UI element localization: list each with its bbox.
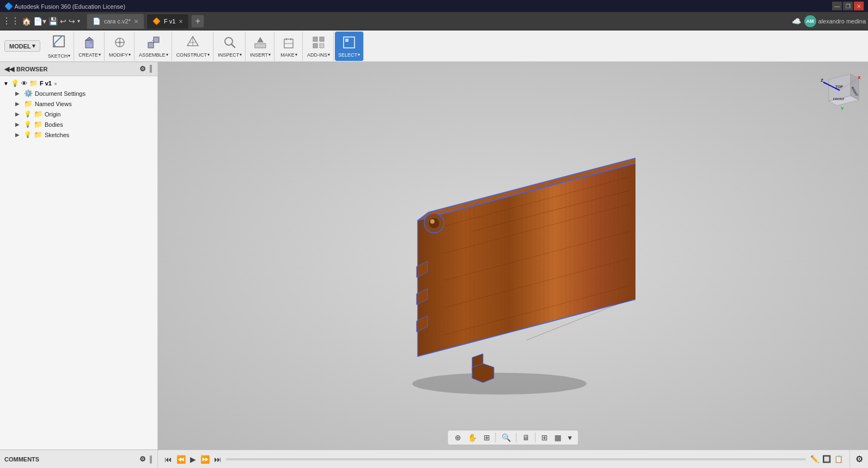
- root-expand[interactable]: ▼: [3, 81, 9, 87]
- tree-root: ▼ 💡 👁 📁 F v1 ●: [0, 78, 157, 88]
- viewport[interactable]: TOP RIGHT FRONT X Y Z ⊕ ✋ ⊞ 🔍 🖥 ⊞ ▦ ▾: [158, 62, 868, 449]
- sketches-folder-icon: 📁: [34, 131, 42, 139]
- undo-icon[interactable]: ↩: [60, 17, 66, 26]
- select-icon: [341, 35, 357, 51]
- browser-header: ◀◀ BROWSER ⚙ ║: [0, 62, 157, 76]
- minimize-button[interactable]: —: [832, 2, 842, 10]
- assemble-label: ASSEMBLE▾: [139, 52, 168, 58]
- browser-collapse-icon[interactable]: ║: [148, 65, 153, 73]
- separator: [496, 433, 496, 442]
- timeline-area: ⏮ ⏪ ▶ ⏩ ⏭ ✏️ 🔲 📋: [158, 450, 849, 468]
- timeline-play-button[interactable]: ▶: [190, 455, 196, 464]
- tree-item-origin[interactable]: ▶ 💡 📁 Origin: [0, 109, 157, 119]
- tab-cara[interactable]: 📄 cara c.v2* ✕: [87, 14, 144, 29]
- svg-rect-23: [320, 37, 324, 41]
- sketch-tool[interactable]: SKETCH▾: [45, 32, 75, 61]
- svg-text:X: X: [858, 75, 861, 80]
- redo-arrow[interactable]: ▾: [77, 18, 80, 24]
- create-tool[interactable]: CREATE▾: [75, 32, 105, 61]
- sketch-label: SKETCH▾: [48, 53, 71, 59]
- display-mode-tool[interactable]: 🖥: [520, 432, 532, 443]
- svg-line-12: [151, 40, 154, 42]
- named-views-label: Named Views: [35, 101, 72, 107]
- zoom-fit-tool[interactable]: ⊞: [481, 432, 492, 443]
- inspect-icon: [222, 35, 237, 51]
- expand-icon: ▶: [15, 90, 22, 96]
- orbit-tool[interactable]: ⊕: [453, 432, 463, 443]
- svg-text:TOP: TOP: [835, 85, 843, 89]
- view-options-tool[interactable]: ▦: [552, 432, 564, 443]
- browser-settings-icon[interactable]: ⚙: [139, 65, 146, 73]
- svg-marker-4: [85, 37, 93, 40]
- collapse-icon[interactable]: ◀◀: [4, 65, 14, 73]
- browser-panel: ◀◀ BROWSER ⚙ ║ ▼ 💡 👁 📁 F v1 ● ▶ ⚙️: [0, 62, 158, 449]
- svg-point-2: [53, 45, 56, 47]
- expand-icon: ▶: [15, 132, 22, 138]
- browser-title: BROWSER: [16, 66, 47, 72]
- timeline-next-button[interactable]: ⏩: [200, 455, 210, 464]
- expand-icon: ▶: [15, 111, 22, 117]
- separator2: [516, 433, 517, 442]
- tab-f-close-icon[interactable]: ✕: [179, 19, 183, 24]
- orientation-cube[interactable]: TOP RIGHT FRONT X Y Z: [818, 69, 861, 112]
- timeline-sketch-icon[interactable]: ✏️: [810, 455, 819, 463]
- comments-collapse-icon[interactable]: ║: [148, 455, 153, 463]
- comments-label: COMMENTS: [4, 456, 39, 463]
- assemble-icon: [146, 35, 161, 51]
- main-area: ◀◀ BROWSER ⚙ ║ ▼ 💡 👁 📁 F v1 ● ▶ ⚙️: [0, 62, 868, 449]
- construct-tool[interactable]: CONSTRUCT▾: [173, 32, 214, 61]
- model-button[interactable]: MODEL ▾: [4, 40, 40, 52]
- make-tool[interactable]: MAKE▾: [276, 32, 303, 61]
- tree-item-named-views[interactable]: ▶ 📁 Named Views: [0, 98, 157, 109]
- svg-rect-18: [255, 44, 266, 48]
- insert-tool[interactable]: INSERT▾: [247, 32, 274, 61]
- modify-tool[interactable]: MODIFY▾: [106, 32, 135, 61]
- svg-text:FRONT: FRONT: [833, 97, 845, 101]
- viewport-bottom-toolbar: ⊕ ✋ ⊞ 🔍 🖥 ⊞ ▦ ▾: [448, 430, 579, 445]
- pan-tool[interactable]: ✋: [466, 432, 479, 443]
- settings-gear-icon: ⚙: [855, 454, 863, 464]
- svg-rect-22: [313, 37, 317, 41]
- tree-item-sketches[interactable]: ▶ 💡 📁 Sketches: [0, 130, 157, 140]
- comments-settings-icon[interactable]: ⚙: [139, 455, 146, 463]
- tab-fv1[interactable]: 🔶 F v1 ✕: [146, 14, 189, 29]
- cloud-icon[interactable]: ☁️: [792, 17, 801, 26]
- username: alexandro medina: [818, 18, 866, 24]
- zoom-tool[interactable]: 🔍: [499, 432, 513, 443]
- named-views-folder-icon: 📁: [24, 100, 33, 108]
- root-eye-icon: 👁: [21, 80, 27, 87]
- assemble-tool[interactable]: ASSEMBLE▾: [136, 32, 172, 61]
- select-tool[interactable]: SELECT▾: [335, 32, 364, 61]
- timeline-start-button[interactable]: ⏮: [164, 455, 172, 464]
- view-options-arrow[interactable]: ▾: [566, 432, 574, 443]
- redo-icon[interactable]: ↪: [69, 17, 75, 26]
- svg-rect-5: [90, 40, 93, 44]
- tree-item-bodies[interactable]: ▶ 💡 📁 Bodies: [0, 119, 157, 130]
- settings-button[interactable]: ⚙: [849, 450, 868, 468]
- tab-close-icon[interactable]: ✕: [134, 19, 138, 24]
- new-file-icon[interactable]: 📄▾: [33, 17, 46, 26]
- make-icon: [281, 35, 296, 51]
- insert-icon: [253, 35, 268, 51]
- timeline-end-button[interactable]: ⏭: [214, 455, 222, 464]
- create-icon: [82, 35, 97, 51]
- avatar: AM: [804, 15, 816, 27]
- tab-right: ☁️ AM alexandro medina: [792, 15, 866, 27]
- timeline-camera-icon[interactable]: 📋: [834, 455, 843, 463]
- tab-f-icon: 🔶: [152, 17, 161, 25]
- timeline-action-icons: ✏️ 🔲 📋: [810, 455, 843, 463]
- tab-add-button[interactable]: +: [191, 15, 204, 28]
- timeline-feature-icon[interactable]: 🔲: [822, 455, 831, 463]
- addins-tool[interactable]: ADD-INS▾: [304, 32, 334, 61]
- browser-icons: ⚙ ║: [139, 65, 153, 73]
- timeline-prev-button[interactable]: ⏪: [176, 455, 186, 464]
- maximize-button[interactable]: ❐: [843, 2, 853, 10]
- close-button[interactable]: ✕: [854, 2, 864, 10]
- save-icon[interactable]: 💾: [48, 17, 58, 26]
- inspect-tool[interactable]: INSPECT▾: [215, 32, 246, 61]
- grid-tool[interactable]: ⊞: [539, 432, 550, 443]
- home-icon[interactable]: 🏠: [22, 17, 31, 26]
- construct-icon: [185, 35, 200, 51]
- app-menu-icon[interactable]: ⋮⋮: [2, 16, 20, 26]
- tree-item-doc-settings[interactable]: ▶ ⚙️ Document Settings: [0, 88, 157, 98]
